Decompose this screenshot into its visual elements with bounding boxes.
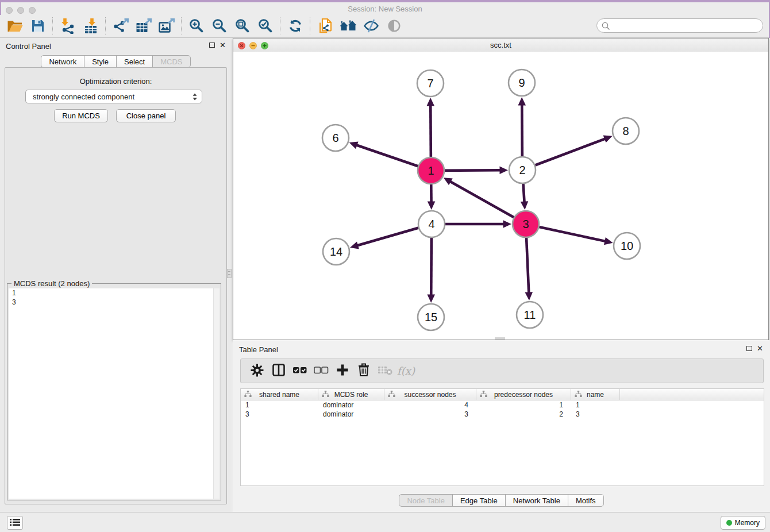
houses-button[interactable] <box>337 16 359 36</box>
graph-node-9[interactable]: 9 <box>509 70 535 96</box>
graph-node-8[interactable]: 8 <box>613 118 639 144</box>
contrast-icon <box>387 19 401 33</box>
search-icon <box>602 22 610 30</box>
delete-row-button[interactable] <box>353 361 374 381</box>
network-window-titlebar[interactable]: scc.txt <box>233 38 768 52</box>
close-panel-button[interactable]: Close panel <box>116 109 176 122</box>
zoom-selected-button[interactable] <box>255 16 276 36</box>
column-header-successor-nodes[interactable]: successor nodes <box>384 389 476 400</box>
table-cell: 1 <box>241 400 318 410</box>
tab-network[interactable]: Network <box>41 55 84 68</box>
zoom-in-button[interactable] <box>186 16 207 36</box>
graph-edge-arrow <box>426 98 434 106</box>
toolbar-separator <box>105 17 106 34</box>
tab-node-table[interactable]: Node Table <box>399 494 453 507</box>
table-row[interactable]: 1dominator411 <box>241 400 764 410</box>
close-panel-icon[interactable]: ✕ <box>220 42 226 48</box>
graph-edge-arrow <box>503 220 512 228</box>
gear-button[interactable] <box>247 361 268 381</box>
zoom-selected-icon <box>257 18 274 34</box>
svg-text:11: 11 <box>524 309 536 321</box>
delete-column-icon <box>378 364 392 377</box>
graph-node-3[interactable]: 3 <box>513 211 539 237</box>
refresh-button[interactable] <box>284 16 306 36</box>
graph-node-11[interactable]: 11 <box>517 302 543 328</box>
tab-motifs[interactable]: Motifs <box>568 494 604 507</box>
table-cell: 3 <box>571 410 620 419</box>
open-file-icon <box>7 19 23 33</box>
select-all-button[interactable] <box>289 361 310 381</box>
result-scrollbar[interactable] <box>213 288 220 499</box>
column-header-MCDS-role[interactable]: MCDS role <box>318 389 384 400</box>
column-header-shared-name[interactable]: shared name <box>241 389 318 400</box>
tab-network-table[interactable]: Network Table <box>505 494 568 507</box>
status-bar: Memory <box>0 512 770 532</box>
tab-edge-table[interactable]: Edge Table <box>452 494 506 507</box>
graph-node-4[interactable]: 4 <box>418 211 445 237</box>
graph-edge-arrow <box>604 237 613 245</box>
optimization-dropdown[interactable]: strongly connected component <box>25 90 202 103</box>
import-network-button[interactable] <box>57 16 79 36</box>
add-row-button[interactable] <box>332 361 353 381</box>
deselect-all-button[interactable] <box>310 361 332 381</box>
export-network-icon <box>113 18 129 33</box>
search-input[interactable] <box>612 20 763 32</box>
dropdown-stepper-icon <box>192 93 197 101</box>
memory-button[interactable]: Memory <box>721 516 765 530</box>
column-header-name[interactable]: name <box>571 389 620 400</box>
export-network-button[interactable] <box>110 16 132 36</box>
tab-select[interactable]: Select <box>116 55 153 68</box>
table-cell: 3 <box>241 410 318 419</box>
graph-edge-arrow <box>499 166 508 174</box>
delete-column-button[interactable] <box>374 361 395 381</box>
hide-eye-button[interactable] <box>360 16 382 36</box>
table-row[interactable]: 3dominator323 <box>241 410 764 419</box>
splitter-grip[interactable] <box>227 269 232 278</box>
svg-text:7: 7 <box>427 77 433 90</box>
graph-edge-arrow <box>518 97 526 106</box>
import-table-button[interactable] <box>80 16 102 36</box>
function-builder-button[interactable]: f(x) <box>395 361 417 381</box>
graph-edge-arrow <box>428 201 436 210</box>
mcds-result-list[interactable]: 13 <box>9 288 220 499</box>
graph-node-15[interactable]: 15 <box>418 304 444 330</box>
zoom-fit-icon <box>234 18 251 34</box>
tree-icon <box>480 391 487 399</box>
open-file-button[interactable] <box>4 16 26 36</box>
select-all-icon <box>292 364 307 377</box>
graph-node-7[interactable]: 7 <box>417 70 444 97</box>
export-image-button[interactable] <box>156 16 178 36</box>
search-box <box>596 18 763 33</box>
application-window: Session: New Session Control Panel ✕ Net… <box>0 0 770 532</box>
clone-network-button[interactable] <box>314 16 336 36</box>
float-table-panel-icon[interactable] <box>746 346 752 351</box>
export-table-button[interactable] <box>133 16 155 36</box>
svg-text:14: 14 <box>330 245 342 258</box>
graph-node-6[interactable]: 6 <box>322 125 349 151</box>
contrast-button[interactable] <box>383 16 405 36</box>
export-image-icon <box>159 18 175 33</box>
control-panel-title: Control Panel <box>6 42 51 51</box>
split-columns-button[interactable] <box>268 361 289 381</box>
table-header-row: shared nameMCDS rolesuccessor nodesprede… <box>241 389 764 400</box>
graph-node-2[interactable]: 2 <box>509 157 536 183</box>
clone-network-icon <box>318 18 333 34</box>
network-canvas[interactable]: 7968124314101511 <box>233 52 768 340</box>
graph-node-10[interactable]: 10 <box>614 233 640 259</box>
close-table-panel-icon[interactable]: ✕ <box>757 345 763 352</box>
tab-style[interactable]: Style <box>84 55 117 68</box>
graph-node-14[interactable]: 14 <box>323 238 349 265</box>
tab-mcds[interactable]: MCDS <box>152 55 190 68</box>
run-mcds-button[interactable]: Run MCDS <box>54 109 108 122</box>
graph-node-1[interactable]: 1 <box>418 157 444 184</box>
table-panel: Table Panel ✕ f(x) shared nameMCDS roles… <box>233 340 770 512</box>
zoom-out-button[interactable] <box>209 16 230 36</box>
task-history-button[interactable] <box>7 516 23 530</box>
canvas-scrollbar-bit[interactable] <box>495 337 505 340</box>
houses-icon <box>340 19 357 33</box>
zoom-fit-button[interactable] <box>232 16 253 36</box>
save-session-button[interactable] <box>27 16 49 36</box>
table-toolbar: f(x) <box>240 358 764 383</box>
column-header-predecessor-nodes[interactable]: predecessor nodes <box>476 389 571 400</box>
float-panel-icon[interactable] <box>209 43 215 48</box>
